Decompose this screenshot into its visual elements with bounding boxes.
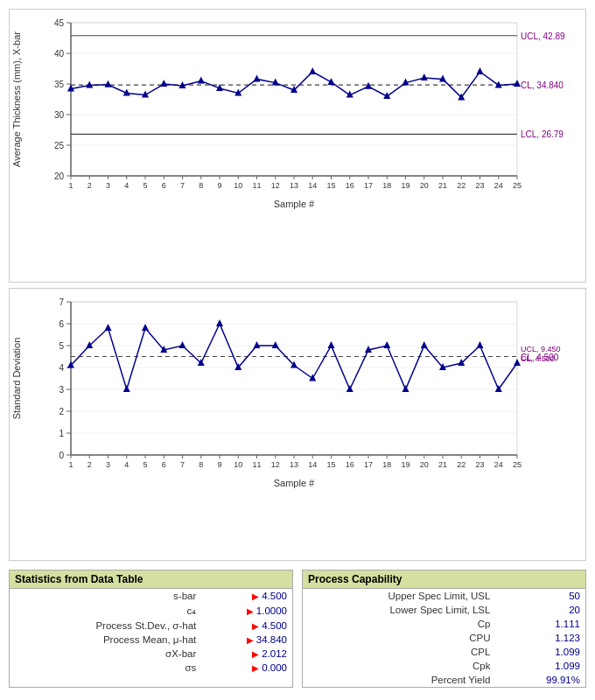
svg-text:6: 6 bbox=[162, 460, 166, 469]
svg-text:15: 15 bbox=[326, 181, 335, 190]
svg-text:18: 18 bbox=[382, 460, 391, 469]
stat-arrow: ▶ bbox=[247, 606, 256, 616]
stat-label: σs bbox=[10, 661, 201, 675]
svg-text:30: 30 bbox=[54, 110, 65, 120]
svg-text:7: 7 bbox=[59, 298, 64, 307]
svg-text:8: 8 bbox=[199, 181, 203, 190]
stat-value: 20 bbox=[495, 603, 585, 617]
svg-text:6: 6 bbox=[162, 181, 166, 190]
stat-label: CPU bbox=[303, 631, 495, 645]
svg-text:4: 4 bbox=[124, 460, 129, 469]
svg-text:40: 40 bbox=[54, 49, 65, 59]
stats-right-table: Upper Spec Limit, USL50Lower Spec Limit,… bbox=[303, 589, 585, 687]
svg-text:8: 8 bbox=[199, 460, 203, 469]
stats-right-box: Process Capability Upper Spec Limit, USL… bbox=[302, 570, 586, 688]
stat-value: ▶ 4.500 bbox=[201, 589, 292, 603]
svg-text:13: 13 bbox=[290, 181, 298, 190]
svg-text:7: 7 bbox=[180, 460, 185, 469]
stat-value: 1.111 bbox=[495, 617, 585, 631]
stat-value: ▶ 2.012 bbox=[201, 647, 292, 661]
svg-text:4: 4 bbox=[124, 181, 129, 190]
svg-text:Standard Deviation: Standard Deviation bbox=[11, 337, 22, 419]
svg-text:UCL, 9.450: UCL, 9.450 bbox=[521, 344, 561, 353]
svg-text:21: 21 bbox=[438, 460, 447, 469]
svg-text:3: 3 bbox=[106, 460, 110, 469]
stat-label: s-bar bbox=[10, 589, 201, 603]
svg-text:UCL, 42.89: UCL, 42.89 bbox=[521, 32, 565, 41]
svg-text:35: 35 bbox=[54, 80, 65, 89]
svg-text:17: 17 bbox=[364, 460, 373, 469]
stat-value: ▶ 0.000 bbox=[201, 661, 292, 675]
svg-text:22: 22 bbox=[457, 181, 466, 190]
stat-label: Lower Spec Limit, LSL bbox=[303, 603, 495, 617]
stats-left-header: Statistics from Data Table bbox=[10, 570, 292, 589]
svg-text:23: 23 bbox=[475, 460, 484, 469]
main-container: 2025303540451234567891011121314151617181… bbox=[0, 0, 595, 700]
svg-text:13: 13 bbox=[290, 460, 298, 469]
svg-text:CL, 34.840: CL, 34.840 bbox=[521, 80, 564, 90]
svg-text:11: 11 bbox=[252, 181, 261, 190]
svg-text:19: 19 bbox=[401, 460, 410, 469]
stat-value: 99.91% bbox=[495, 673, 585, 687]
svg-text:2: 2 bbox=[88, 460, 92, 469]
svg-text:10: 10 bbox=[234, 181, 242, 190]
svg-text:2: 2 bbox=[59, 407, 64, 416]
stat-label: Cp bbox=[303, 617, 495, 631]
svg-text:24: 24 bbox=[494, 181, 503, 190]
svg-text:14: 14 bbox=[308, 181, 317, 190]
stat-value: 1.123 bbox=[495, 631, 585, 645]
svg-text:3: 3 bbox=[106, 181, 110, 190]
svg-text:21: 21 bbox=[438, 181, 447, 190]
svg-text:20: 20 bbox=[54, 172, 65, 181]
svg-text:23: 23 bbox=[475, 181, 484, 190]
svg-text:CL, 4.500: CL, 4.500 bbox=[521, 354, 555, 362]
stats-section: Statistics from Data Table s-bar▶ 4.500c… bbox=[9, 566, 586, 691]
svg-text:19: 19 bbox=[401, 181, 410, 190]
stat-value: ▶ 4.500 bbox=[201, 619, 292, 633]
stat-arrow: ▶ bbox=[252, 663, 262, 673]
svg-rect-0 bbox=[71, 23, 517, 176]
stat-arrow: ▶ bbox=[252, 621, 262, 631]
stat-label: σX-bar bbox=[10, 647, 201, 661]
svg-text:14: 14 bbox=[308, 460, 317, 469]
stats-left-table: s-bar▶ 4.500c₄▶ 1.0000Process St.Dev., σ… bbox=[10, 589, 292, 675]
svg-text:20: 20 bbox=[420, 181, 429, 190]
stat-label: c₄ bbox=[10, 603, 201, 619]
svg-text:24: 24 bbox=[494, 460, 503, 469]
svg-text:7: 7 bbox=[180, 181, 185, 190]
svg-text:25: 25 bbox=[513, 460, 522, 469]
svg-text:9: 9 bbox=[217, 181, 221, 190]
svg-rect-104 bbox=[71, 302, 517, 455]
svg-text:5: 5 bbox=[143, 460, 147, 469]
stat-label: Process St.Dev., σ-hat bbox=[10, 619, 201, 633]
svg-text:12: 12 bbox=[271, 181, 280, 190]
stat-arrow: ▶ bbox=[252, 592, 262, 601]
svg-text:18: 18 bbox=[382, 181, 391, 190]
svg-text:1: 1 bbox=[68, 460, 73, 469]
svg-text:3: 3 bbox=[59, 385, 64, 395]
svg-text:0: 0 bbox=[59, 451, 64, 460]
stat-arrow: ▶ bbox=[252, 649, 262, 659]
svg-text:9: 9 bbox=[217, 460, 221, 469]
svg-text:22: 22 bbox=[457, 460, 466, 469]
svg-text:12: 12 bbox=[271, 460, 280, 469]
svg-text:6: 6 bbox=[59, 319, 64, 329]
stats-left-box: Statistics from Data Table s-bar▶ 4.500c… bbox=[9, 570, 293, 688]
svg-text:20: 20 bbox=[420, 460, 429, 469]
stat-value: 1.099 bbox=[495, 645, 585, 659]
stat-label: Cpk bbox=[303, 659, 495, 673]
stat-label: Upper Spec Limit, USL bbox=[303, 589, 495, 603]
stat-value: 50 bbox=[495, 589, 585, 603]
svg-text:5: 5 bbox=[59, 341, 64, 351]
stats-right-header: Process Capability bbox=[303, 570, 585, 589]
stat-value: 1.099 bbox=[495, 659, 585, 673]
svg-text:1: 1 bbox=[68, 181, 73, 190]
svg-text:2: 2 bbox=[88, 181, 92, 190]
svg-text:Average Thickness (mm), X-bar: Average Thickness (mm), X-bar bbox=[11, 32, 22, 167]
svg-text:11: 11 bbox=[252, 460, 261, 469]
svg-text:15: 15 bbox=[326, 460, 335, 469]
stat-label: Process Mean, μ-hat bbox=[10, 633, 201, 647]
sbar-chart-container: 0123456712345678910111213141516171819202… bbox=[9, 288, 586, 562]
svg-text:25: 25 bbox=[54, 141, 65, 150]
svg-text:1: 1 bbox=[59, 429, 64, 438]
